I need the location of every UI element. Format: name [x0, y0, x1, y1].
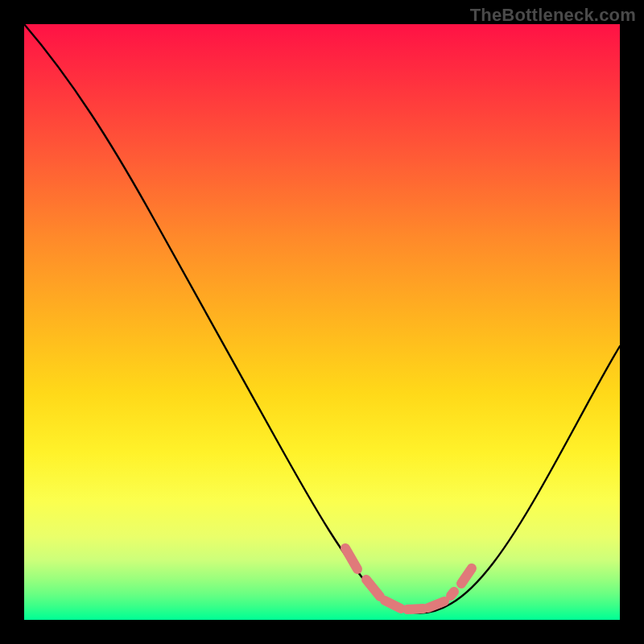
chart-frame: TheBottleneck.com [0, 0, 644, 644]
bottleneck-curve [24, 24, 620, 613]
watermark-text: TheBottleneck.com [470, 5, 636, 26]
plot-area [24, 24, 620, 620]
valley-markers [345, 548, 472, 609]
curve-svg [24, 24, 620, 620]
